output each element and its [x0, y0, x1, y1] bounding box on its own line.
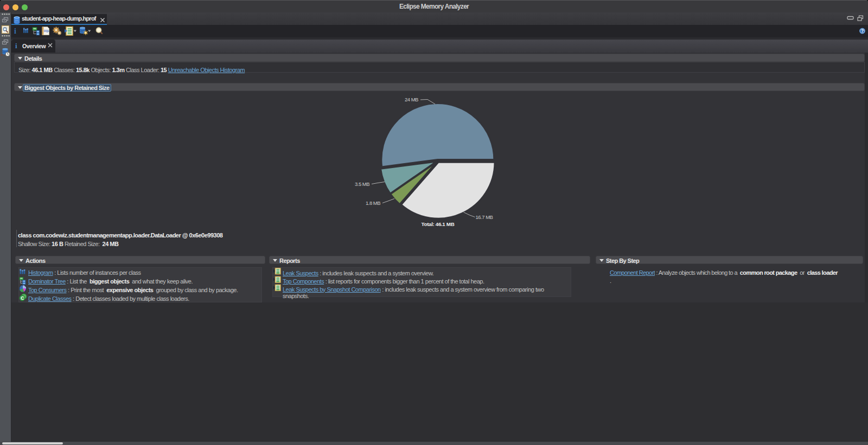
- svg-text:?: ?: [861, 28, 864, 34]
- svg-text:i: i: [14, 27, 16, 35]
- svg-text:C: C: [21, 295, 24, 301]
- svg-text:OQL: OQL: [44, 30, 49, 33]
